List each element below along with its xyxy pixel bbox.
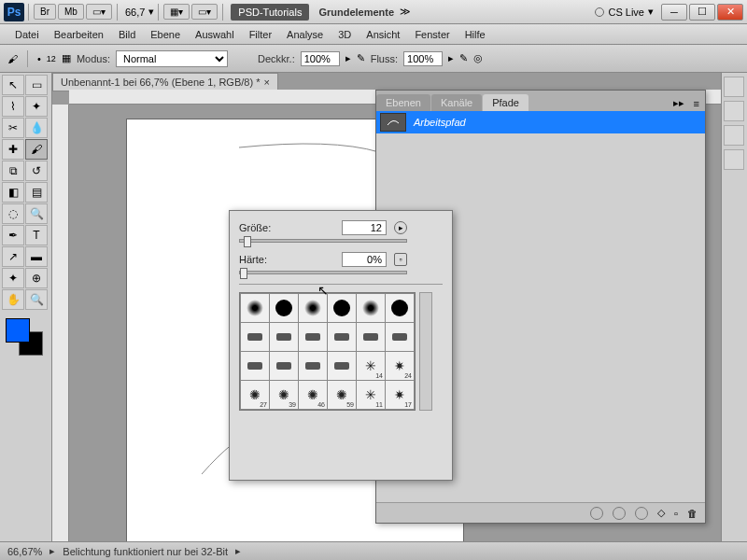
healing-tool[interactable]: ✚ xyxy=(2,139,24,160)
close-button[interactable]: ✕ xyxy=(717,4,743,21)
fluss-flyout-icon[interactable]: ▸ xyxy=(448,52,454,64)
brush-menu-icon[interactable]: ▸ xyxy=(394,221,407,234)
minibridge-button[interactable]: Mb xyxy=(58,4,84,20)
minimize-button[interactable]: ─ xyxy=(661,4,687,21)
zoom-display[interactable]: 66,7 xyxy=(125,7,145,18)
brush-preset[interactable] xyxy=(328,352,356,380)
brush-preset[interactable] xyxy=(328,323,356,351)
workspace-more-icon[interactable]: ≫ xyxy=(400,6,411,18)
brush-preset[interactable] xyxy=(299,323,327,351)
3d-camera-tool[interactable]: ⊕ xyxy=(25,268,48,288)
delete-path-icon[interactable]: 🗑 xyxy=(687,508,698,519)
brush-panel-toggle-icon[interactable]: ▦ xyxy=(62,52,71,64)
modus-select[interactable]: Normal xyxy=(116,50,228,67)
path-row-arbeitspfad[interactable]: Arbeitspfad xyxy=(376,111,705,133)
magic-wand-tool[interactable]: ✦ xyxy=(25,96,48,117)
foreground-color[interactable] xyxy=(6,318,30,343)
dock-adjustments-icon[interactable] xyxy=(724,125,744,146)
menu-fenster[interactable]: Fenster xyxy=(407,27,457,42)
stamp-tool[interactable]: ⧉ xyxy=(2,161,24,181)
move-tool[interactable]: ↖ xyxy=(2,75,24,95)
color-swatches[interactable] xyxy=(2,318,49,360)
blur-tool[interactable]: ◌ xyxy=(2,203,24,224)
brush-preset[interactable] xyxy=(299,294,327,322)
brush-preset[interactable] xyxy=(241,352,269,380)
brush-preset[interactable] xyxy=(270,323,298,351)
menu-bild[interactable]: Bild xyxy=(111,27,143,42)
fluss-input[interactable] xyxy=(403,51,443,66)
brush-preset[interactable]: ✺27 xyxy=(241,381,269,409)
lasso-tool[interactable]: ⌇ xyxy=(2,96,24,117)
maximize-button[interactable]: ☐ xyxy=(689,4,715,21)
status-zoom[interactable]: 66,67% xyxy=(7,546,42,557)
deck-flyout-icon[interactable]: ▸ xyxy=(345,52,351,64)
document-tab[interactable]: Unbenannt-1 bei 66,7% (Ebene 1, RGB/8) *… xyxy=(52,73,278,91)
path-to-selection-icon[interactable] xyxy=(635,507,648,520)
history-brush-tool[interactable]: ↺ xyxy=(25,161,48,181)
close-tab-icon[interactable]: × xyxy=(263,77,269,88)
brush-size-slider[interactable] xyxy=(239,239,407,243)
extras-button[interactable]: ▭▾ xyxy=(191,4,218,20)
brush-preset[interactable]: ✳14 xyxy=(357,352,385,380)
screen-mode-button[interactable]: ▭▾ xyxy=(86,4,112,20)
panel-menu-icon[interactable]: ≡ xyxy=(688,96,705,111)
arrange-button[interactable]: ▦▾ xyxy=(163,4,190,20)
menu-ansicht[interactable]: Ansicht xyxy=(359,27,407,42)
brush-preset[interactable] xyxy=(357,294,385,322)
brush-hardness-input[interactable] xyxy=(342,252,387,267)
brush-preset[interactable]: ✺39 xyxy=(270,381,298,409)
bridge-button[interactable]: Br xyxy=(34,4,56,20)
workspace-grundelemente[interactable]: Grundelemente xyxy=(318,7,394,18)
brush-preset[interactable] xyxy=(270,352,298,380)
brush-preset[interactable]: ✷24 xyxy=(386,352,414,380)
airbrush-icon[interactable]: ✎ xyxy=(459,52,468,64)
brush-preset[interactable] xyxy=(386,323,414,351)
brush-preset[interactable] xyxy=(241,294,269,322)
brush-preset[interactable] xyxy=(241,323,269,351)
cslive-button[interactable]: CS Live▾ xyxy=(595,6,654,18)
menu-auswahl[interactable]: Auswahl xyxy=(188,27,242,42)
brush-preset-icon[interactable]: • xyxy=(37,53,41,64)
dock-color-icon[interactable] xyxy=(724,77,744,97)
pressure-opacity-icon[interactable]: ✎ xyxy=(357,52,365,64)
pen-tool[interactable]: ✒ xyxy=(2,225,24,245)
brush-hardness-slider[interactable] xyxy=(239,271,407,274)
dock-layers-icon[interactable] xyxy=(724,149,744,170)
brush-preset[interactable]: ✺59 xyxy=(328,381,356,409)
panel-collapse-icon[interactable]: ▸▸ xyxy=(669,95,688,111)
menu-datei[interactable]: Datei xyxy=(7,27,47,42)
menu-filter[interactable]: Filter xyxy=(242,27,279,42)
fill-path-icon[interactable] xyxy=(590,507,603,520)
3d-tool[interactable]: ✦ xyxy=(2,268,24,288)
brush-preset[interactable]: ✺46 xyxy=(299,381,327,409)
type-tool[interactable]: T xyxy=(25,225,48,245)
brush-preset[interactable] xyxy=(299,352,327,380)
deck-input[interactable] xyxy=(301,51,340,66)
dock-swatches-icon[interactable] xyxy=(724,101,744,121)
marquee-tool[interactable]: ▭ xyxy=(25,75,48,95)
menu-analyse[interactable]: Analyse xyxy=(279,27,331,42)
menu-3d[interactable]: 3D xyxy=(331,27,359,42)
crop-tool[interactable]: ✂ xyxy=(2,118,24,138)
workspace-psdtutorials[interactable]: PSD-Tutorials xyxy=(231,4,309,21)
brush-preset[interactable]: ✷17 xyxy=(386,381,414,409)
brush-preset[interactable] xyxy=(386,294,414,322)
dodge-tool[interactable]: 🔍 xyxy=(25,203,48,224)
new-preset-icon[interactable]: ▫ xyxy=(394,253,407,266)
shape-tool[interactable]: ▬ xyxy=(25,246,48,267)
brush-preset[interactable] xyxy=(270,294,298,322)
hand-tool[interactable]: ✋ xyxy=(2,289,24,310)
tab-ebenen[interactable]: Ebenen xyxy=(376,94,430,111)
eraser-tool[interactable]: ◧ xyxy=(2,182,24,203)
presets-scrollbar[interactable] xyxy=(419,292,432,411)
brush-tool[interactable]: 🖌 xyxy=(25,139,48,160)
brush-preset[interactable]: ✳11 xyxy=(357,381,385,409)
stroke-path-icon[interactable] xyxy=(613,507,626,520)
path-select-tool[interactable]: ↗ xyxy=(2,246,24,267)
menu-hilfe[interactable]: Hilfe xyxy=(458,27,493,42)
brush-preset[interactable] xyxy=(328,294,356,322)
tab-kanaele[interactable]: Kanäle xyxy=(431,94,482,111)
pressure-size-icon[interactable]: ◎ xyxy=(473,52,483,64)
eyedropper-tool[interactable]: 💧 xyxy=(25,118,48,138)
new-path-icon[interactable]: ▫ xyxy=(674,508,678,519)
